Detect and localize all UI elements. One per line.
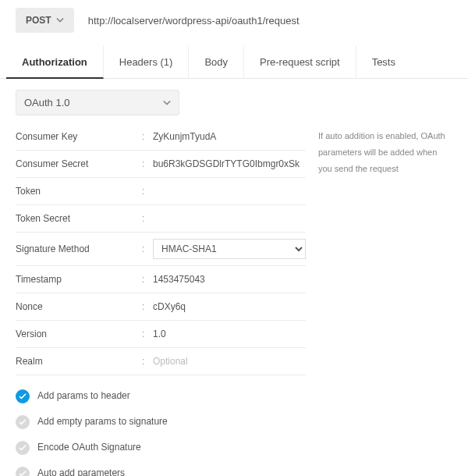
tab-authorization[interactable]: Authorization bbox=[6, 45, 104, 79]
nonce-input[interactable] bbox=[153, 300, 306, 314]
auth-panel: Consumer Key : Consumer Secret : Token :… bbox=[0, 123, 468, 476]
checkbox-icon bbox=[16, 441, 30, 455]
chevron-down-icon bbox=[163, 100, 171, 106]
version-input[interactable] bbox=[153, 327, 306, 341]
field-version: Version : bbox=[16, 321, 306, 348]
field-label: Version bbox=[16, 329, 142, 339]
field-realm: Realm : bbox=[16, 348, 306, 375]
tabs: Authorization Headers (1) Body Pre-reque… bbox=[0, 45, 468, 79]
field-consumer-key: Consumer Key : bbox=[16, 123, 306, 151]
option-label: Add params to header bbox=[37, 389, 130, 403]
chevron-down-icon bbox=[56, 17, 64, 23]
token-secret-input[interactable] bbox=[153, 211, 306, 226]
auth-fields: Consumer Key : Consumer Secret : Token :… bbox=[16, 123, 306, 476]
field-label: Realm bbox=[16, 356, 142, 367]
tab-headers[interactable]: Headers (1) bbox=[104, 45, 190, 78]
field-label: Signature Method bbox=[16, 243, 142, 254]
tab-body[interactable]: Body bbox=[189, 45, 244, 78]
realm-input[interactable] bbox=[153, 354, 306, 368]
auth-type-select[interactable]: OAuth 1.0 bbox=[16, 90, 179, 115]
auth-type-label: OAuth 1.0 bbox=[24, 97, 70, 108]
http-method-select[interactable]: POST bbox=[16, 8, 74, 33]
option-label: Encode OAuth Signature bbox=[37, 440, 141, 454]
field-label: Consumer Secret bbox=[16, 158, 142, 169]
timestamp-input[interactable] bbox=[153, 272, 306, 286]
field-label: Token bbox=[16, 186, 142, 197]
field-token-secret: Token Secret : bbox=[16, 205, 306, 233]
field-label: Token Secret bbox=[16, 213, 142, 224]
http-method-label: POST bbox=[26, 15, 51, 26]
consumer-secret-input[interactable] bbox=[153, 157, 306, 171]
field-label: Timestamp bbox=[16, 274, 142, 285]
request-bar: POST bbox=[0, 0, 468, 41]
tab-tests[interactable]: Tests bbox=[356, 45, 405, 78]
field-token: Token : bbox=[16, 178, 306, 205]
field-consumer-secret: Consumer Secret : bbox=[16, 151, 306, 178]
checkbox-icon bbox=[16, 415, 30, 429]
option-add-empty-params[interactable]: Add empty params to signature bbox=[16, 409, 306, 435]
option-auto-add-params[interactable]: Auto add parameters bbox=[16, 460, 306, 476]
consumer-key-input[interactable] bbox=[153, 130, 306, 144]
option-label: Auto add parameters bbox=[37, 466, 125, 476]
signature-method-select[interactable]: HMAC-SHA1 bbox=[153, 239, 306, 259]
auth-help-text: If auto addition is enabled, OAuth param… bbox=[318, 123, 452, 476]
field-nonce: Nonce : bbox=[16, 293, 306, 321]
auth-options: Add params to header Add empty params to… bbox=[16, 375, 306, 476]
field-label: Consumer Key bbox=[16, 131, 142, 142]
checkbox-icon bbox=[16, 467, 30, 476]
option-encode-signature[interactable]: Encode OAuth Signature bbox=[16, 435, 306, 460]
token-input[interactable] bbox=[153, 184, 306, 198]
url-input[interactable] bbox=[85, 9, 460, 33]
checkbox-icon bbox=[16, 389, 30, 403]
field-timestamp: Timestamp : bbox=[16, 266, 306, 293]
field-signature-method: Signature Method : HMAC-SHA1 bbox=[16, 233, 306, 266]
tab-pre-request-script[interactable]: Pre-request script bbox=[244, 45, 356, 78]
field-label: Nonce bbox=[16, 301, 142, 312]
option-label: Add empty params to signature bbox=[37, 414, 168, 428]
option-add-params-header[interactable]: Add params to header bbox=[16, 383, 306, 409]
